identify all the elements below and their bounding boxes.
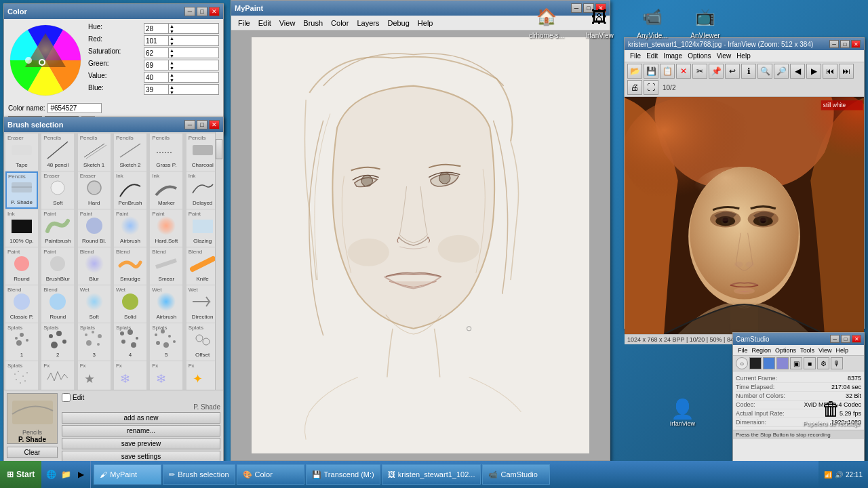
irfan-tb-fs[interactable]: ⛶: [644, 80, 658, 95]
menu-debug[interactable]: Debug: [383, 18, 413, 28]
irfan-tb-last[interactable]: ⏭: [839, 64, 854, 79]
blue-up[interactable]: ▲: [169, 85, 175, 90]
cam-menu-view[interactable]: View: [816, 346, 833, 354]
irfan-tb-info[interactable]: ℹ: [741, 64, 756, 79]
brush-item-jitter[interactable]: Fx Jitter: [41, 361, 74, 390]
cam-menu-region[interactable]: Region: [750, 346, 774, 354]
brush-item-smear[interactable]: Blend Smear: [150, 247, 182, 285]
hue-down[interactable]: ▼: [169, 29, 175, 35]
brush-item-sketch1[interactable]: Pencils Sketch 1: [78, 134, 111, 171]
irfan-close[interactable]: ✕: [851, 40, 861, 48]
val-up[interactable]: ▲: [169, 73, 175, 78]
brush-item-splat3[interactable]: Splats 3: [78, 323, 111, 361]
irfan-tb-open[interactable]: 📂: [627, 64, 642, 79]
desktop-icon-person[interactable]: 👤 IrfanView: [670, 398, 695, 427]
brush-item-splat2[interactable]: Splats 2: [41, 323, 74, 361]
desktop-icon-irfan[interactable]: 🖼 IrfanView: [576, 3, 623, 39]
color-window-restore[interactable]: □: [197, 7, 208, 16]
taskbar-item-irfan[interactable]: 🖼 kristen_stewart1_102...: [382, 464, 481, 485]
green-up[interactable]: ▲: [169, 60, 175, 66]
brush-item-wet-air[interactable]: Wet Airbrush: [150, 285, 182, 323]
brush-scroll-thumb[interactable]: [216, 139, 222, 159]
brush-scrollbar[interactable]: [215, 132, 223, 390]
brush-item-splat4[interactable]: Splats 4: [114, 323, 146, 361]
irfan-restore[interactable]: □: [840, 40, 850, 48]
brush-window-minimize[interactable]: ─: [184, 120, 195, 129]
menu-brush[interactable]: Brush: [299, 18, 327, 28]
menu-file[interactable]: File: [234, 18, 254, 28]
irfan-tb-cut[interactable]: ✂: [692, 64, 707, 79]
brush-item-splat1[interactable]: Splats 1: [5, 323, 38, 361]
edit-checkbox[interactable]: [62, 393, 71, 402]
brush-item-delayed[interactable]: Ink Delayed: [186, 171, 219, 209]
desktop-icon-anviewer[interactable]: 📺 AnVIewer: [682, 3, 729, 39]
recycle-bin[interactable]: 🗑 Papelera de reciclaje: [803, 398, 860, 427]
brush-item-sparks[interactable]: Fx ✦ Sparks: [186, 361, 219, 390]
ql-media[interactable]: ▶: [74, 468, 87, 481]
ql-ie[interactable]: 🌐: [44, 468, 58, 481]
brush-item-glazing[interactable]: Paint Glazing: [186, 209, 219, 247]
irfan-tb-undo[interactable]: ↩: [725, 64, 740, 79]
cam-tb-settings[interactable]: ⚙: [817, 357, 829, 369]
add-as-new-button[interactable]: add as new: [62, 412, 220, 424]
irfan-tb-paste[interactable]: 📌: [709, 64, 724, 79]
brush-item-airbrush[interactable]: Paint Airbrush: [114, 209, 146, 247]
brush-item-erase-soft[interactable]: Eraser Soft: [41, 171, 74, 209]
val-down[interactable]: ▼: [169, 78, 175, 83]
green-down[interactable]: ▼: [169, 66, 175, 71]
irfan-tb-next[interactable]: ▶: [806, 64, 821, 79]
brush-item-snow1[interactable]: Fx ❄ Snow 1: [114, 361, 146, 390]
val-input[interactable]: [144, 73, 168, 82]
menu-color[interactable]: Color: [327, 18, 353, 28]
menu-help[interactable]: Help: [414, 18, 437, 28]
green-input[interactable]: [144, 60, 168, 70]
start-button[interactable]: ⊞ Start: [0, 461, 41, 488]
red-input[interactable]: [144, 36, 168, 45]
taskbar-item-brush[interactable]: ✏ Brush selection: [163, 464, 235, 485]
irfan-minimize[interactable]: ─: [829, 40, 839, 48]
irfan-menu-file[interactable]: File: [627, 52, 644, 60]
brush-item-paint-round[interactable]: Paint Round: [5, 247, 38, 285]
brush-item-direction[interactable]: Wet Direction: [186, 285, 219, 323]
desktop-icon-anyvideo[interactable]: 📹 AnyVide...: [629, 3, 676, 39]
brush-item-tape[interactable]: Eraser Tape: [5, 134, 38, 171]
ql-folder[interactable]: 📁: [59, 468, 73, 481]
brush-window-restore[interactable]: □: [197, 120, 208, 129]
irfan-menu-image[interactable]: Image: [660, 52, 685, 60]
brush-item-knife[interactable]: Blend Knife: [186, 247, 219, 285]
cam-menu-tools[interactable]: Tools: [798, 346, 816, 354]
irfan-tb-first[interactable]: ⏮: [823, 64, 837, 79]
brush-item-wet-soft[interactable]: Wet Soft: [78, 285, 111, 323]
taskbar-item-transcend[interactable]: 💾 Transcend (M:): [306, 464, 380, 485]
blue-input[interactable]: [144, 85, 168, 94]
brush-item-offset[interactable]: Splats Offset: [186, 323, 219, 361]
irfan-menu-options[interactable]: Options: [685, 52, 713, 60]
taskbar-item-mypaint[interactable]: 🖌 MyPaint: [94, 464, 161, 485]
cam-tb-light[interactable]: ▣: [790, 357, 802, 369]
blue-down[interactable]: ▼: [169, 90, 175, 96]
color-window-minimize[interactable]: ─: [184, 7, 195, 16]
brush-item-marker[interactable]: Ink Marker: [150, 171, 182, 209]
brush-item-brushblur[interactable]: Paint BrushBlur: [41, 247, 74, 285]
brush-window-close[interactable]: ✕: [209, 120, 220, 129]
brush-item-100op[interactable]: Ink 100% Op.: [5, 209, 38, 247]
cam-tb-black[interactable]: [749, 357, 762, 369]
brush-item-paintbrush[interactable]: Paint Paintbrush: [41, 209, 74, 247]
cam-menu-options[interactable]: Options: [773, 346, 798, 354]
cam-tb-circle[interactable]: ○: [736, 357, 748, 369]
brush-item-sketch2[interactable]: Pencils Sketch 2: [114, 134, 146, 171]
irfan-tb-prev[interactable]: ◀: [790, 64, 805, 79]
color-wheel[interactable]: [8, 23, 83, 98]
save-preview-button[interactable]: save preview: [62, 438, 220, 449]
brush-item-wet-solid[interactable]: Wet Solid: [114, 285, 146, 323]
clear-button[interactable]: Clear: [7, 447, 58, 458]
red-up[interactable]: ▲: [169, 36, 175, 41]
cam-tb-blue[interactable]: [763, 357, 775, 369]
cam-menu-file[interactable]: File: [736, 346, 750, 354]
cam-tb-mic[interactable]: 🎙: [831, 357, 843, 369]
mypaint-canvas[interactable]: [231, 30, 610, 460]
irfan-menu-edit[interactable]: Edit: [644, 52, 660, 60]
cam-tb-purple[interactable]: [776, 357, 789, 369]
brush-item-smudge[interactable]: Blend Smudge: [114, 247, 146, 285]
brush-item-pshade[interactable]: Pencils P. Shade: [5, 171, 38, 209]
